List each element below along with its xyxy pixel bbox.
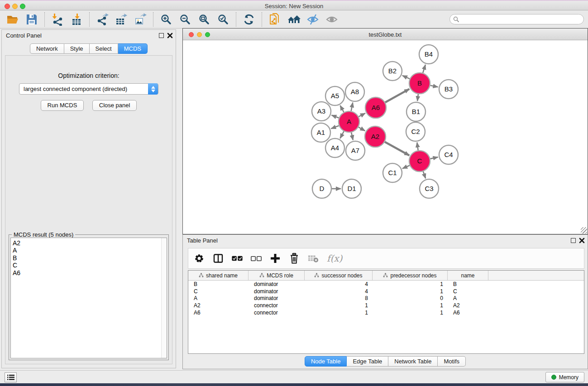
- new-network-from-selection-icon[interactable]: [268, 13, 282, 26]
- save-session-icon[interactable]: [25, 13, 38, 26]
- result-item[interactable]: A6: [13, 269, 167, 276]
- result-item[interactable]: A2: [13, 239, 167, 247]
- cell-mcds-role[interactable]: dominator: [249, 281, 305, 287]
- node-A5[interactable]: A5: [325, 86, 344, 105]
- tab-edge-table[interactable]: Edge Table: [347, 356, 388, 367]
- cell-name[interactable]: C: [448, 288, 488, 295]
- tab-network-table[interactable]: Network Table: [388, 356, 438, 367]
- node-D[interactable]: D: [312, 179, 331, 198]
- tab-mcds[interactable]: MCDS: [118, 43, 148, 54]
- tab-style[interactable]: Style: [64, 43, 90, 54]
- node-A3[interactable]: A3: [312, 102, 331, 121]
- column-header-successor-nodes[interactable]: successor nodes: [305, 271, 373, 280]
- cell-successor-nodes[interactable]: 8: [305, 295, 373, 301]
- edge-A-A5[interactable]: [340, 105, 344, 112]
- zoom-fit-icon[interactable]: [197, 13, 211, 26]
- node-B[interactable]: B: [409, 73, 430, 94]
- edge-A2-C[interactable]: [385, 142, 409, 156]
- node-A7[interactable]: A7: [346, 141, 365, 160]
- tab-motifs[interactable]: Motifs: [438, 356, 466, 367]
- node-C2[interactable]: C2: [406, 122, 425, 141]
- column-header-mcds-role[interactable]: MCDS role: [249, 271, 305, 280]
- hide-graphics-details-icon[interactable]: [306, 13, 320, 26]
- run-mcds-button[interactable]: Run MCDS: [41, 100, 84, 111]
- cell-predecessor-nodes[interactable]: 1: [373, 310, 448, 316]
- column-header-name[interactable]: name: [448, 271, 488, 280]
- edge-B-B3[interactable]: [430, 86, 438, 87]
- export-image-icon[interactable]: [134, 13, 147, 26]
- cell-name[interactable]: A2: [448, 302, 488, 309]
- edge-A-A4[interactable]: [340, 131, 344, 138]
- tab-network[interactable]: Network: [30, 43, 64, 54]
- log-console-button[interactable]: [5, 372, 17, 382]
- table-row[interactable]: A6connector11A6: [188, 309, 584, 316]
- show-graphics-details-icon[interactable]: [325, 13, 339, 26]
- cell-name[interactable]: B: [448, 281, 488, 287]
- cell-shared-name[interactable]: B: [188, 281, 249, 287]
- cell-mcds-role[interactable]: connector: [249, 302, 305, 309]
- deselect-all-checkboxes-icon[interactable]: [251, 253, 262, 264]
- edge-A-A8[interactable]: [351, 103, 353, 111]
- cell-shared-name[interactable]: A2: [188, 302, 249, 309]
- edge-C-C3[interactable]: [423, 172, 425, 179]
- table-row[interactable]: A2connector11A2: [188, 302, 584, 309]
- network-canvas[interactable]: B4B2BB3A5A8A6A3B1AA1C2A2A4A7C4CC1C3DD1: [183, 40, 588, 234]
- edge-C-C1[interactable]: [402, 166, 410, 169]
- open-session-icon[interactable]: [6, 13, 19, 26]
- result-item[interactable]: A: [13, 247, 167, 254]
- cell-predecessor-nodes[interactable]: 0: [373, 295, 448, 301]
- cell-mcds-role[interactable]: dominator: [249, 288, 305, 295]
- zoom-in-icon[interactable]: [159, 13, 173, 26]
- cell-predecessor-nodes[interactable]: 1: [373, 288, 448, 295]
- edge-A6-B[interactable]: [385, 89, 409, 103]
- table-row[interactable]: Bdominator41B: [188, 281, 584, 288]
- search-field[interactable]: [449, 14, 584, 24]
- result-item[interactable]: C: [13, 262, 167, 269]
- edge-A-A3[interactable]: [331, 115, 339, 118]
- node-A6[interactable]: A6: [365, 97, 386, 118]
- tab-node-table[interactable]: Node Table: [305, 356, 347, 367]
- edge-B-B4[interactable]: [423, 65, 425, 73]
- split-view-icon[interactable]: [213, 253, 224, 264]
- memory-button[interactable]: Memory: [545, 372, 584, 382]
- function-builder-icon[interactable]: f(x): [327, 253, 342, 264]
- edge-A-A2[interactable]: [359, 127, 365, 131]
- close-panel-button[interactable]: Close panel: [92, 100, 137, 111]
- mcds-result-list[interactable]: A2ABCA6: [10, 238, 167, 358]
- network-view-titlebar[interactable]: testGlobe.txt: [183, 29, 588, 40]
- node-D1[interactable]: D1: [342, 179, 361, 198]
- edge-C-C4[interactable]: [430, 157, 438, 159]
- delete-table-icon[interactable]: [308, 253, 319, 264]
- cell-mcds-role[interactable]: connector: [249, 310, 305, 316]
- zoom-out-icon[interactable]: [178, 13, 192, 26]
- node-C[interactable]: C: [409, 151, 430, 172]
- result-scrollbar[interactable]: [161, 238, 167, 358]
- table-float-panel-icon[interactable]: [571, 238, 576, 243]
- criterion-dropdown[interactable]: largest connected component (directed): [19, 83, 158, 95]
- cell-successor-nodes[interactable]: 1: [305, 310, 373, 316]
- float-panel-icon[interactable]: [159, 33, 164, 38]
- node-A8[interactable]: A8: [345, 82, 364, 101]
- node-B1[interactable]: B1: [406, 102, 425, 121]
- delete-column-trash-icon[interactable]: [289, 253, 300, 264]
- node-A1[interactable]: A1: [311, 123, 330, 142]
- table-row[interactable]: Adominator80A: [188, 295, 584, 302]
- network-graph[interactable]: B4B2BB3A5A8A6A3B1AA1C2A2A4A7C4CC1C3DD1: [183, 40, 588, 234]
- search-input[interactable]: [459, 15, 583, 24]
- edge-A-A6[interactable]: [359, 113, 365, 117]
- node-A2[interactable]: A2: [365, 126, 386, 147]
- node-C3[interactable]: C3: [420, 179, 439, 198]
- column-header-shared-name[interactable]: shared name: [188, 271, 249, 280]
- edge-B-B2[interactable]: [402, 76, 410, 79]
- import-table-icon[interactable]: [70, 13, 83, 26]
- node-A4[interactable]: A4: [325, 138, 344, 157]
- node-C1[interactable]: C1: [383, 163, 402, 182]
- settings-gear-icon[interactable]: [194, 253, 205, 264]
- cell-name[interactable]: A6: [448, 310, 488, 316]
- table-row[interactable]: Cdominator41C: [188, 288, 584, 295]
- node-B4[interactable]: B4: [419, 45, 438, 64]
- cell-predecessor-nodes[interactable]: 1: [373, 281, 448, 287]
- import-network-icon[interactable]: [51, 13, 64, 26]
- cell-shared-name[interactable]: A: [188, 295, 249, 301]
- cell-successor-nodes[interactable]: 1: [305, 302, 373, 309]
